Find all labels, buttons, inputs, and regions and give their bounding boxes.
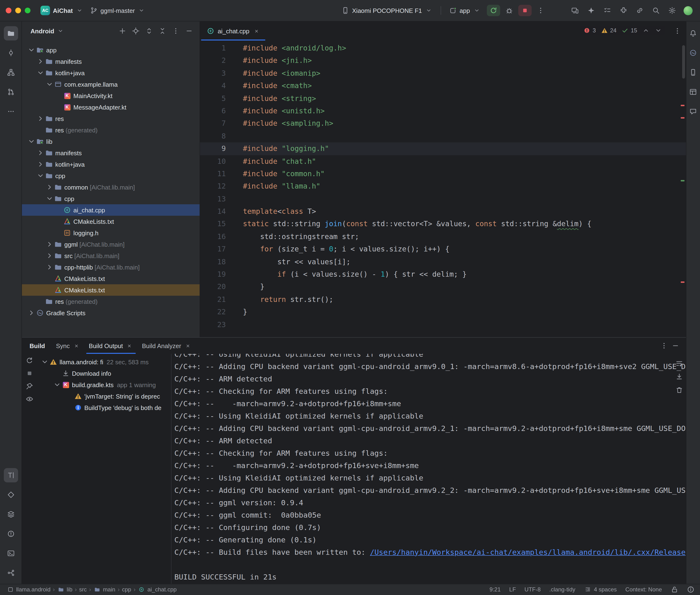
tree-item-res[interactable]: res (generated)	[22, 124, 200, 136]
tree-item-app[interactable]: app	[22, 44, 200, 56]
close-icon[interactable]	[126, 342, 133, 349]
chevron-right-icon[interactable]	[46, 263, 53, 271]
tree-item-res[interactable]: res	[22, 113, 200, 124]
layout-tool-button[interactable]	[687, 85, 699, 99]
assistant-chat-tool-button[interactable]	[687, 104, 699, 119]
tree-item-ggml[interactable]: ggml [AiChat.lib.main]	[22, 238, 200, 250]
tree-item-cmakelists-txt[interactable]: CMakeLists.txt	[22, 273, 200, 284]
stop-button[interactable]	[518, 5, 531, 16]
terminal-tool-button[interactable]	[4, 546, 18, 560]
more-vertical-icon[interactable]	[170, 25, 181, 37]
tree-item-download-info[interactable]: Download info	[37, 368, 171, 379]
tree-item-common[interactable]: common [AiChat.lib.main]	[22, 181, 200, 193]
tree-item-com-example-llama[interactable]: com.example.llama	[22, 79, 200, 90]
structure-tool-button[interactable]	[4, 65, 18, 80]
close-icon[interactable]	[73, 342, 80, 349]
tree-item-cmakelists-txt[interactable]: CMakeLists.txt	[22, 284, 200, 296]
problems-tool-button[interactable]	[4, 527, 18, 541]
status-item-lf[interactable]: LF	[509, 586, 516, 593]
tree-item-kotlin-java[interactable]: kotlin+java	[22, 67, 200, 79]
chevron-down-icon[interactable]	[28, 138, 35, 145]
tree-item-ai-chat-cpp[interactable]: ai_chat.cpp	[22, 204, 200, 216]
soft-wrap-icon[interactable]	[675, 360, 683, 367]
chevron-down-icon[interactable]	[46, 81, 53, 88]
tree-item-cpp[interactable]: cpp	[22, 170, 200, 181]
breadcrumb-item-llama-android[interactable]: llama.android	[7, 586, 51, 593]
gradle-tool-button[interactable]	[687, 46, 699, 60]
chevron-down-icon[interactable]	[37, 69, 44, 77]
tab-ai-chat-cpp[interactable]: ai_chat.cpp	[200, 22, 266, 40]
tree-item-build-gradle-kts[interactable]: Kbuild.gradle.ktsapp 1 warning	[37, 379, 171, 391]
run-config-selector[interactable]: app	[446, 5, 484, 16]
hide-icon[interactable]	[184, 25, 195, 37]
tree-item-cmakelists-txt[interactable]: CMakeLists.txt	[22, 216, 200, 227]
chevron-right-icon[interactable]	[46, 183, 53, 191]
tree-item-jvmtarget-string-is-deprec[interactable]: 'jvmTarget: String' is deprec	[37, 391, 171, 402]
collapse-all-icon[interactable]	[157, 25, 168, 37]
plugins-icon[interactable]	[617, 4, 629, 17]
chevron-down-icon[interactable]	[37, 172, 44, 179]
task-list-icon[interactable]	[601, 4, 613, 17]
build-options-icon[interactable]	[660, 342, 668, 349]
stop-square-icon[interactable]	[26, 370, 33, 377]
prev-problem-icon[interactable]	[642, 27, 649, 34]
build-console[interactable]: C/C++: -- Using KleidiAI optimized kerne…	[171, 354, 686, 584]
debug-button[interactable]	[503, 4, 515, 17]
project-tool-button[interactable]	[4, 26, 18, 40]
build-tree[interactable]: llama.android: fi22 sec, 583 msDownload …	[37, 354, 171, 584]
tree-item-buildtype-debug-is-both-de[interactable]: BuildType 'debug' is both de	[37, 402, 171, 413]
chevron-right-icon[interactable]	[46, 252, 53, 259]
plus-icon[interactable]	[117, 25, 128, 37]
code-editor[interactable]: 1#include <android/log.h>2#include <jni.…	[200, 41, 686, 337]
tab-build-output[interactable]: Build Output	[85, 338, 138, 354]
warning-count[interactable]: 24	[601, 27, 617, 34]
breadcrumb-item-src[interactable]: src	[79, 586, 87, 593]
app-insights-tool-button[interactable]	[4, 487, 18, 502]
build-window-title[interactable]: Build	[30, 342, 45, 349]
tree-item-cpp-httplib[interactable]: cpp-httplib [AiChat.lib.main]	[22, 261, 200, 273]
tree-item-res[interactable]: res (generated)	[22, 296, 200, 307]
pin-icon[interactable]	[26, 382, 33, 390]
branch-widget[interactable]: ggml-master	[87, 5, 149, 16]
tab-build-analyzer[interactable]: Build Analyzer	[138, 338, 196, 354]
status-item-clang-tidy[interactable]: .clang-tidy	[549, 586, 575, 593]
device-selector[interactable]: Xiaomi POCOPHONE F1	[338, 5, 436, 16]
project-view-selector[interactable]: Android	[30, 27, 54, 34]
chevron-right-icon[interactable]	[37, 161, 44, 168]
lock-icon[interactable]	[670, 586, 678, 593]
editor-tab-options-icon[interactable]	[673, 27, 681, 35]
tree-item-logging-h[interactable]: logging.h	[22, 227, 200, 238]
error-count[interactable]: 3	[583, 27, 596, 34]
tree-item-llama-android-fi[interactable]: llama.android: fi22 sec, 583 ms	[37, 356, 171, 368]
balloon-icon[interactable]	[687, 586, 694, 593]
project-tree[interactable]: appmanifestskotlin+javacom.example.llama…	[22, 42, 200, 337]
breadcrumb-item-cpp[interactable]: cpp	[122, 586, 131, 593]
error-stripe-mark[interactable]	[680, 117, 684, 119]
status-item-utf-8[interactable]: UTF-8	[525, 586, 541, 593]
gemini-sparkle-icon[interactable]	[585, 4, 597, 17]
next-problem-icon[interactable]	[654, 27, 662, 34]
breadcrumb-item-main[interactable]: main	[93, 586, 115, 593]
close-icon[interactable]	[184, 342, 192, 349]
error-stripe-mark[interactable]	[680, 281, 684, 283]
device-phone-tool-button[interactable]	[687, 65, 699, 80]
more-horizontal-tool-button[interactable]	[4, 104, 18, 119]
clear-trash-icon[interactable]	[675, 386, 683, 394]
tree-item-lib[interactable]: lib	[22, 136, 200, 147]
chevron-down-icon[interactable]	[46, 195, 53, 202]
avatar-icon[interactable]	[682, 4, 694, 17]
chevron-down-icon[interactable]	[41, 358, 49, 366]
bell-tool-button[interactable]	[687, 26, 699, 40]
breadcrumb-item-ai-chat-cpp[interactable]: ai_chat.cpp	[138, 586, 177, 593]
chevron-right-icon[interactable]	[37, 149, 44, 157]
tree-item-src[interactable]: src [AiChat.lib.main]	[22, 250, 200, 261]
editor-scrollbar[interactable]	[682, 45, 685, 79]
tree-item-cpp[interactable]: cpp	[22, 193, 200, 204]
device-streaming-icon[interactable]	[568, 4, 581, 17]
minimize-window-button[interactable]	[15, 8, 21, 13]
zoom-window-button[interactable]	[25, 8, 30, 13]
tree-item-gradle-scripts[interactable]: Gradle Scripts	[22, 307, 200, 318]
chevron-right-icon[interactable]	[28, 309, 35, 317]
status-item-context-none[interactable]: Context: None	[625, 586, 662, 593]
eye-icon[interactable]	[26, 395, 33, 403]
